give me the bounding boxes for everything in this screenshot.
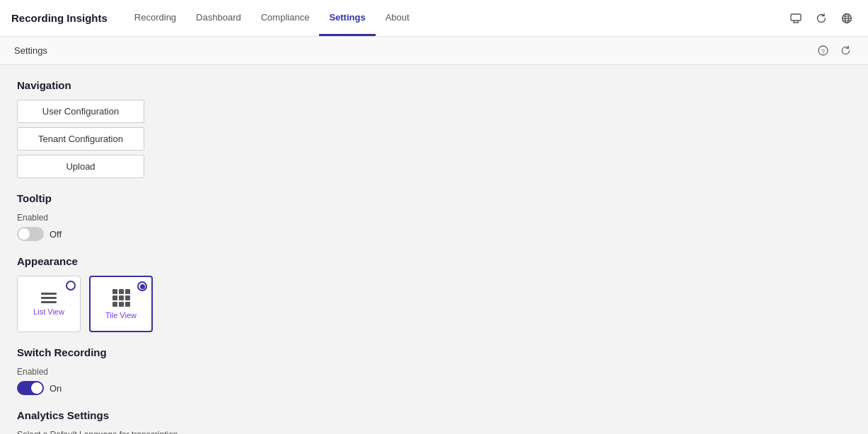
switch-recording-section: Switch Recording Enabled On	[17, 346, 851, 395]
appearance-section: Appearance List View Til	[17, 255, 851, 332]
list-view-radio	[66, 281, 76, 291]
appearance-heading: Appearance	[17, 255, 851, 267]
tooltip-toggle-row: Off	[17, 227, 851, 241]
list-view-card[interactable]: List View	[17, 276, 81, 332]
list-view-label: List View	[33, 307, 64, 316]
switch-recording-heading: Switch Recording	[17, 346, 851, 358]
nav-compliance[interactable]: Compliance	[251, 0, 320, 36]
tooltip-toggle[interactable]	[17, 227, 44, 241]
top-navbar: Recording Insights Recording Dashboard C…	[0, 0, 868, 37]
tooltip-section: Tooltip Enabled Off	[17, 192, 851, 241]
nav-settings[interactable]: Settings	[319, 0, 375, 36]
svg-text:?: ?	[821, 48, 824, 55]
top-nav-actions	[786, 8, 857, 28]
switch-recording-toggle-slider	[17, 381, 44, 395]
refresh-icon-btn[interactable]	[811, 8, 831, 28]
globe-icon-btn[interactable]	[837, 8, 857, 28]
switch-recording-toggle-row: On	[17, 381, 851, 395]
navigation-buttons: User Configuration Tenant Configuration …	[17, 100, 851, 178]
main-content: Navigation User Configuration Tenant Con…	[0, 65, 868, 434]
tooltip-toggle-label: Off	[50, 229, 62, 240]
language-select-label: Select a Default Language for transcript…	[17, 430, 851, 434]
monitor-icon	[790, 13, 802, 24]
refresh-icon	[816, 13, 827, 24]
tooltip-enabled-label: Enabled	[17, 213, 851, 223]
switch-recording-toggle[interactable]	[17, 381, 44, 395]
sub-refresh-icon-btn[interactable]	[837, 42, 854, 59]
tooltip-toggle-slider	[17, 227, 44, 241]
globe-icon	[841, 13, 852, 24]
view-options: List View Tile View	[17, 276, 851, 332]
sub-header: Settings ?	[0, 37, 868, 65]
help-icon-btn[interactable]: ?	[814, 42, 831, 59]
svg-rect-0	[791, 14, 801, 20]
help-icon: ?	[818, 45, 828, 56]
nav-recording[interactable]: Recording	[125, 0, 186, 36]
tile-view-label: Tile View	[105, 311, 137, 319]
analytics-settings-heading: Analytics Settings	[17, 409, 851, 421]
tile-view-radio	[137, 281, 147, 291]
nav-links: Recording Dashboard Compliance Settings …	[125, 0, 419, 36]
switch-recording-enabled-label: Enabled	[17, 367, 851, 377]
analytics-settings-section: Analytics Settings Select a Default Lang…	[17, 409, 851, 434]
tenant-configuration-button[interactable]: Tenant Configuration	[17, 127, 144, 151]
sub-header-title: Settings	[14, 45, 47, 56]
tile-view-card[interactable]: Tile View	[89, 276, 153, 332]
tooltip-heading: Tooltip	[17, 192, 851, 204]
user-configuration-button[interactable]: User Configuration	[17, 100, 144, 123]
nav-about[interactable]: About	[376, 0, 419, 36]
tile-view-icon	[112, 289, 130, 307]
switch-recording-toggle-label: On	[50, 383, 62, 394]
navigation-heading: Navigation	[17, 79, 851, 91]
monitor-icon-btn[interactable]	[786, 8, 806, 28]
upload-button[interactable]: Upload	[17, 155, 144, 178]
list-view-icon	[41, 293, 57, 303]
sub-header-actions: ?	[814, 42, 854, 59]
nav-dashboard[interactable]: Dashboard	[186, 0, 251, 36]
app-title: Recording Insights	[11, 12, 108, 24]
sub-refresh-icon	[840, 45, 851, 56]
